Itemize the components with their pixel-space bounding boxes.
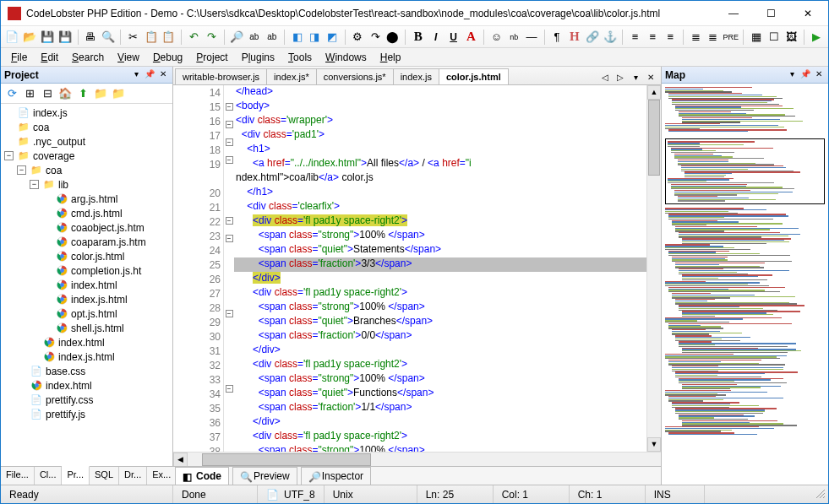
panel-dropdown-icon[interactable]: ▾ xyxy=(130,69,142,81)
maximize-button[interactable]: ☐ xyxy=(752,2,789,25)
code-line[interactable]: <h1> xyxy=(234,143,646,157)
project-tab[interactable]: Pr... xyxy=(62,466,90,485)
copy-icon[interactable]: 📋 xyxy=(143,29,159,46)
new-folder-icon[interactable]: 📁 xyxy=(93,86,108,101)
project-tab[interactable]: Dr... xyxy=(119,467,147,485)
code-line[interactable]: <span class='fraction'>0/0</span> xyxy=(234,329,646,344)
print-icon[interactable]: 🖶 xyxy=(83,29,99,46)
home-icon[interactable]: 🏠 xyxy=(57,86,73,101)
link-icon[interactable]: 🔗 xyxy=(584,29,600,46)
editor-view-tab-inspector[interactable]: 🔎Inspector xyxy=(301,467,371,485)
code-line[interactable]: <div class='fl pad1y space-right2'> xyxy=(234,214,646,229)
code-line[interactable]: ndex.html">coa/lib</a> color.js xyxy=(234,171,646,186)
editor-tab[interactable]: conversions.js* xyxy=(316,68,394,84)
bookmark-prev-icon[interactable]: ◩ xyxy=(325,29,341,46)
code-line[interactable]: <span class="strong">100% </span> xyxy=(234,444,646,452)
code-line[interactable]: <div class='fl pad1y space-right2'> xyxy=(234,430,646,444)
tree-item[interactable]: index.html xyxy=(1,278,172,292)
tree-item[interactable]: index.js.html xyxy=(1,350,172,364)
editor-view-tab-code[interactable]: ◧Code xyxy=(175,467,229,485)
tab-next-icon[interactable]: ▷ xyxy=(614,73,627,84)
panel-dropdown-icon[interactable]: ▾ xyxy=(786,69,798,81)
code-line[interactable]: <div class='fl pad1y space-right2'> xyxy=(234,286,646,301)
menu-file[interactable]: File xyxy=(4,50,34,65)
list-ol-icon[interactable]: ≣ xyxy=(688,29,704,46)
nobr-icon[interactable]: nb xyxy=(506,29,522,46)
menu-tools[interactable]: Tools xyxy=(281,50,319,65)
project-tree[interactable]: 📄index.js📁coa📁.nyc_output−📁coverage−📁coa… xyxy=(1,104,172,466)
heading-icon[interactable]: H xyxy=(566,29,582,46)
code-line[interactable]: </div> xyxy=(234,344,646,358)
editor-tab[interactable]: color.js.html xyxy=(439,68,509,84)
tab-close-icon[interactable]: ✕ xyxy=(644,73,657,84)
find-icon[interactable]: 🔎 xyxy=(229,29,245,46)
project-tab[interactable]: Ex... xyxy=(147,467,177,485)
scroll-up-icon[interactable]: ▲ xyxy=(647,85,661,100)
tree-item[interactable]: 📄prettify.js xyxy=(1,407,172,421)
status-insert-mode[interactable]: INS xyxy=(646,485,705,503)
fold-toggle-icon[interactable]: − xyxy=(226,385,233,393)
menu-help[interactable]: Help xyxy=(374,50,408,65)
tree-item[interactable]: index.html xyxy=(1,378,172,393)
new-file-icon[interactable]: 📄 xyxy=(4,29,20,46)
resize-grip-icon[interactable] xyxy=(815,488,828,501)
fold-toggle-icon[interactable]: − xyxy=(226,156,233,164)
code-line[interactable]: <body> xyxy=(234,100,646,114)
align-left-icon[interactable]: ≡ xyxy=(627,29,643,46)
properties-icon[interactable]: 📁 xyxy=(111,86,126,101)
scroll-thumb[interactable] xyxy=(648,100,660,176)
scroll-down-icon[interactable]: ▼ xyxy=(647,437,661,452)
menu-project[interactable]: Project xyxy=(189,50,234,65)
fold-column[interactable]: −−−−−−−−− xyxy=(224,85,234,452)
step-icon[interactable]: ↷ xyxy=(368,29,384,46)
run-icon[interactable]: ▶ xyxy=(809,29,825,46)
menu-debug[interactable]: Debug xyxy=(146,50,189,65)
menu-windows[interactable]: Windows xyxy=(319,50,374,65)
tree-item[interactable]: cmd.js.html xyxy=(1,206,172,220)
close-button[interactable]: ✕ xyxy=(789,2,826,25)
open-file-icon[interactable]: 📂 xyxy=(22,29,38,46)
fold-toggle-icon[interactable]: − xyxy=(226,138,233,146)
tree-toggle-icon[interactable]: − xyxy=(30,180,39,189)
expand-all-icon[interactable]: ⊞ xyxy=(22,86,37,101)
fold-toggle-icon[interactable]: − xyxy=(226,217,233,225)
code-body[interactable]: </head><body><div class='wrapper'> <div … xyxy=(234,85,646,452)
tab-prev-icon[interactable]: ◁ xyxy=(598,73,612,84)
menu-plugins[interactable]: Plugins xyxy=(235,50,281,65)
horizontal-scrollbar[interactable]: ◀ xyxy=(173,452,661,466)
refresh-icon[interactable]: ⟳ xyxy=(4,86,19,101)
tree-item[interactable]: index.js.html xyxy=(1,292,172,306)
code-line[interactable]: <span class="quiet">Statements</span> xyxy=(234,243,646,257)
tab-list-icon[interactable]: ▾ xyxy=(629,73,642,84)
code-line[interactable]: <div class='clearfix'> xyxy=(234,200,646,214)
tree-item[interactable]: opt.js.html xyxy=(1,306,172,321)
paste-icon[interactable]: 📋 xyxy=(161,29,177,46)
tree-item[interactable]: index.html xyxy=(1,335,172,350)
tree-item[interactable]: 📄base.css xyxy=(1,364,172,378)
code-line[interactable]: </head> xyxy=(234,85,646,100)
editor-tab[interactable]: writable-browser.js xyxy=(175,68,267,84)
font-color-icon[interactable]: A xyxy=(463,29,479,46)
panel-close-icon[interactable]: ✕ xyxy=(157,69,169,81)
tree-item[interactable]: 📁coa xyxy=(1,120,172,134)
pilcrow-icon[interactable]: ¶ xyxy=(548,29,564,46)
editor-view-tab-preview[interactable]: 🔍Preview xyxy=(232,467,297,485)
code-area[interactable]: 1415161718192021222324252627282930313233… xyxy=(173,85,661,452)
anchor-icon[interactable]: ⚓ xyxy=(602,29,618,46)
underline-icon[interactable]: U xyxy=(445,29,461,46)
project-tab[interactable]: Cl... xyxy=(35,467,63,485)
collapse-all-icon[interactable]: ⊟ xyxy=(40,86,55,101)
image-icon[interactable]: 🖼 xyxy=(783,29,799,46)
panel-pin-icon[interactable]: 📌 xyxy=(144,69,155,81)
bold-icon[interactable]: B xyxy=(410,29,426,46)
pre-icon[interactable]: PRE xyxy=(723,29,739,46)
vertical-scrollbar[interactable]: ▲ ▼ xyxy=(646,85,661,452)
tree-item[interactable]: 📁.nyc_output xyxy=(1,134,172,149)
code-line[interactable]: </div> xyxy=(234,272,646,286)
menu-search[interactable]: Search xyxy=(65,50,111,65)
hr-icon[interactable]: — xyxy=(524,29,540,46)
menu-edit[interactable]: Edit xyxy=(34,50,65,65)
tree-item[interactable]: −📁coa xyxy=(1,163,172,177)
tree-item[interactable]: arg.js.html xyxy=(1,192,172,206)
menu-view[interactable]: View xyxy=(111,50,146,65)
